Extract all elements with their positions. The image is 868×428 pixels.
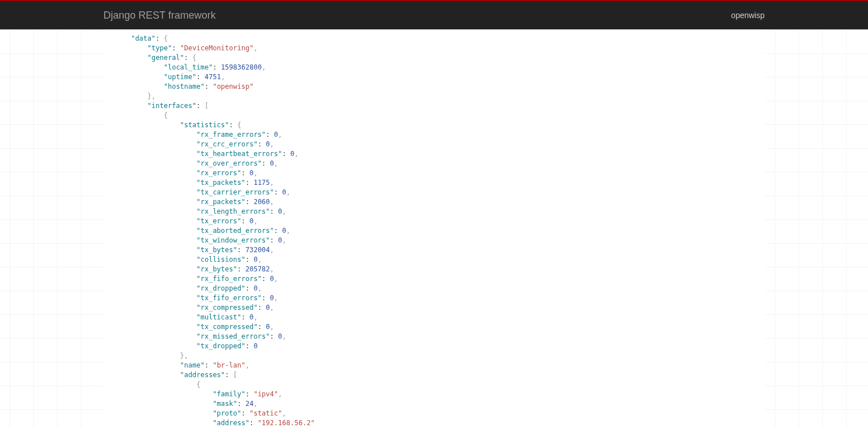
page-container: "data": { "type": "DeviceMonitoring", "g… [95,29,773,428]
response-json-body: "data": { "type": "DeviceMonitoring", "g… [103,29,765,428]
response-area: "data": { "type": "DeviceMonitoring", "g… [103,29,765,428]
navbar-inner: Django REST framework openwisp [95,10,773,21]
navbar-brand-link[interactable]: Django REST framework [103,10,216,21]
navbar: Django REST framework openwisp [0,1,868,29]
top-accent-bar [0,0,868,1]
navbar-user-link[interactable]: openwisp [731,11,765,20]
